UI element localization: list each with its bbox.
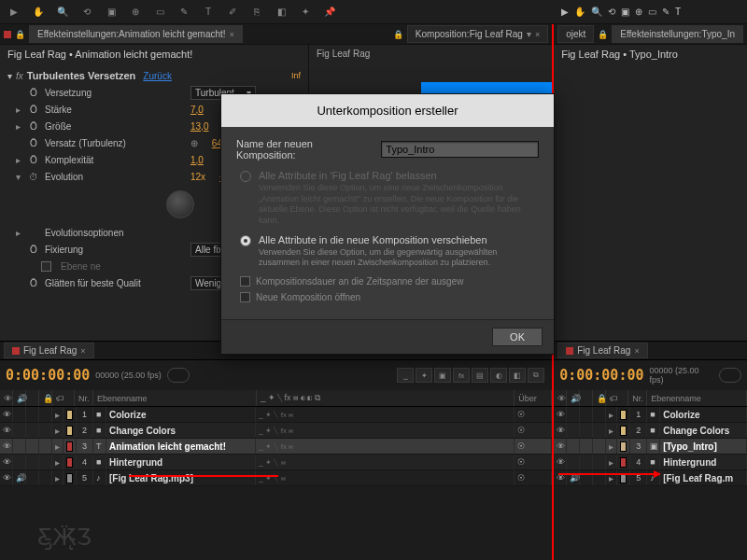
- hand-tool-icon[interactable]: ✋: [30, 4, 47, 21]
- r-selection-icon[interactable]: ▶: [561, 7, 569, 17]
- parent-pick[interactable]: ☉: [514, 455, 552, 469]
- lock-toggle[interactable]: [39, 439, 52, 454]
- tl-btn-6[interactable]: ◐: [490, 368, 507, 383]
- layer-row[interactable]: 👁▸2■Change Colors⎯ ✦ ╲ fx ▤☉: [0, 423, 552, 439]
- close-icon[interactable]: ×: [80, 346, 85, 356]
- pan-behind-icon[interactable]: ⊕: [127, 4, 144, 21]
- visibility-toggle[interactable]: 👁: [0, 423, 13, 438]
- staerke-value[interactable]: 7,0: [190, 105, 204, 115]
- tab-effect-settings-r[interactable]: Effekteinstellungen: Typo_In: [612, 25, 743, 43]
- lock-toggle[interactable]: [593, 455, 606, 469]
- label-swatch[interactable]: [620, 410, 627, 420]
- lock-toggle[interactable]: [39, 455, 52, 469]
- close-icon[interactable]: ×: [634, 346, 639, 356]
- close-icon[interactable]: ×: [535, 30, 540, 39]
- tab-effect-settings[interactable]: Effekteinstellungen: Animation leicht ge…: [29, 25, 243, 43]
- solo-toggle[interactable]: [580, 439, 593, 454]
- pen-tool-icon[interactable]: ✎: [176, 4, 192, 21]
- puppet-tool-icon[interactable]: 📌: [321, 4, 338, 21]
- composition-name-input[interactable]: [381, 141, 539, 158]
- checkbox-open[interactable]: Neue Komposition öffnen: [236, 292, 539, 302]
- label-swatch[interactable]: [66, 410, 73, 420]
- current-time[interactable]: 0:00:00:00: [6, 367, 90, 384]
- timeline-tab[interactable]: Fig Leaf Rag ×: [4, 343, 94, 358]
- lock-toggle[interactable]: [593, 423, 606, 438]
- visibility-toggle[interactable]: 👁: [0, 407, 13, 422]
- parent-pick[interactable]: ☉: [514, 470, 552, 485]
- tl-btn-2[interactable]: ✦: [416, 368, 432, 383]
- r-type-icon[interactable]: T: [675, 7, 681, 17]
- layer-row[interactable]: 👁▸4■Hintergrund: [554, 455, 747, 470]
- expand-icon[interactable]: ▸: [609, 441, 613, 452]
- audio-toggle[interactable]: [567, 455, 580, 469]
- r-hand-icon[interactable]: ✋: [574, 7, 585, 17]
- audio-toggle[interactable]: [13, 439, 26, 454]
- lock-toggle[interactable]: [39, 423, 52, 438]
- camera-tool-icon[interactable]: ▣: [103, 4, 120, 21]
- tl-btn-8[interactable]: ⧉: [528, 368, 544, 383]
- ok-button[interactable]: OK: [492, 328, 543, 346]
- radio-move[interactable]: [240, 235, 251, 246]
- expand-icon[interactable]: ▸: [55, 457, 60, 468]
- audio-toggle[interactable]: [567, 407, 580, 422]
- label-swatch[interactable]: [66, 426, 73, 436]
- tl-btn-5[interactable]: ▤: [472, 368, 488, 383]
- expand-icon[interactable]: ▸: [609, 426, 613, 436]
- lock-icon-2[interactable]: 🔒: [393, 30, 403, 39]
- parent-pick[interactable]: ☉: [514, 439, 552, 454]
- audio-toggle[interactable]: [13, 423, 26, 438]
- current-time-r[interactable]: 0:00:00:00: [559, 367, 643, 384]
- audio-toggle[interactable]: 🔊: [13, 470, 26, 485]
- timeline-search[interactable]: [167, 368, 190, 383]
- expand-icon[interactable]: ▸: [55, 473, 60, 483]
- lock-icon[interactable]: 🔒: [15, 30, 25, 39]
- lock-toggle[interactable]: [593, 407, 606, 422]
- expand-icon[interactable]: ▸: [609, 457, 613, 468]
- tl-btn-1[interactable]: ⎯: [397, 368, 414, 383]
- solo-toggle[interactable]: [580, 407, 593, 422]
- option-move-attributes[interactable]: Alle Attribute in die neue Komposition v…: [236, 234, 539, 269]
- r-rect-icon[interactable]: ▭: [648, 7, 656, 17]
- layer-row[interactable]: 👁🔊▸5♪[Fig Leaf Rag.mp3]⎯ ✦ ╲ ▤☉: [0, 470, 552, 486]
- solo-toggle[interactable]: [580, 455, 593, 469]
- layer-row[interactable]: 👁▸1■Colorize: [554, 407, 747, 423]
- visibility-toggle[interactable]: 👁: [0, 439, 13, 454]
- groesse-value[interactable]: 13,0: [190, 121, 208, 132]
- solo-toggle[interactable]: [580, 423, 593, 438]
- checkbox-duration[interactable]: Kompositionsdauer an die Zeitspanne der …: [236, 276, 539, 287]
- info-link[interactable]: Inf: [291, 71, 301, 80]
- layer-row[interactable]: 👁▸3▣[Typo_Intro]: [554, 439, 747, 455]
- label-swatch[interactable]: [620, 457, 627, 468]
- selection-tool-icon[interactable]: ▶: [6, 4, 22, 21]
- solo-toggle[interactable]: [26, 439, 39, 454]
- r-zoom-icon[interactable]: 🔍: [591, 7, 602, 17]
- rotate-tool-icon[interactable]: ⟲: [78, 4, 95, 21]
- timeline-search-r[interactable]: [719, 368, 741, 383]
- expand-icon[interactable]: ▸: [55, 441, 60, 452]
- timeline-tab-r[interactable]: Fig Leaf Rag ×: [557, 343, 648, 358]
- visibility-toggle[interactable]: 👁: [554, 423, 567, 438]
- ebene-checkbox[interactable]: [41, 261, 51, 272]
- roto-tool-icon[interactable]: ✦: [297, 4, 314, 21]
- tl-btn-fx[interactable]: fx: [453, 368, 470, 383]
- label-swatch[interactable]: [620, 441, 627, 452]
- visibility-toggle[interactable]: 👁: [0, 470, 13, 485]
- label-swatch[interactable]: [66, 457, 73, 468]
- parent-pick[interactable]: ☉: [514, 407, 552, 422]
- audio-toggle[interactable]: [567, 423, 580, 438]
- type-tool-icon[interactable]: T: [200, 4, 217, 21]
- tl-btn-7[interactable]: ◧: [509, 368, 526, 383]
- r-pen-icon[interactable]: ✎: [662, 7, 669, 17]
- solo-toggle[interactable]: [26, 407, 39, 422]
- solo-toggle[interactable]: [26, 423, 39, 438]
- label-swatch[interactable]: [620, 426, 627, 436]
- chk-open[interactable]: [240, 292, 250, 302]
- layer-switches[interactable]: ⎯ ✦ ╲ fx ▤: [256, 423, 514, 438]
- rect-tool-icon[interactable]: ▭: [151, 4, 168, 21]
- visibility-toggle[interactable]: 👁: [554, 455, 567, 469]
- eraser-tool-icon[interactable]: ◧: [273, 4, 289, 21]
- chk-duration[interactable]: [240, 276, 250, 287]
- zoom-tool-icon[interactable]: 🔍: [54, 4, 71, 21]
- layer-switches[interactable]: ⎯ ✦ ╲ fx ▤: [256, 407, 514, 422]
- effect-header[interactable]: ▾ fx Turbulentes Versetzen Zurück Inf: [7, 67, 301, 84]
